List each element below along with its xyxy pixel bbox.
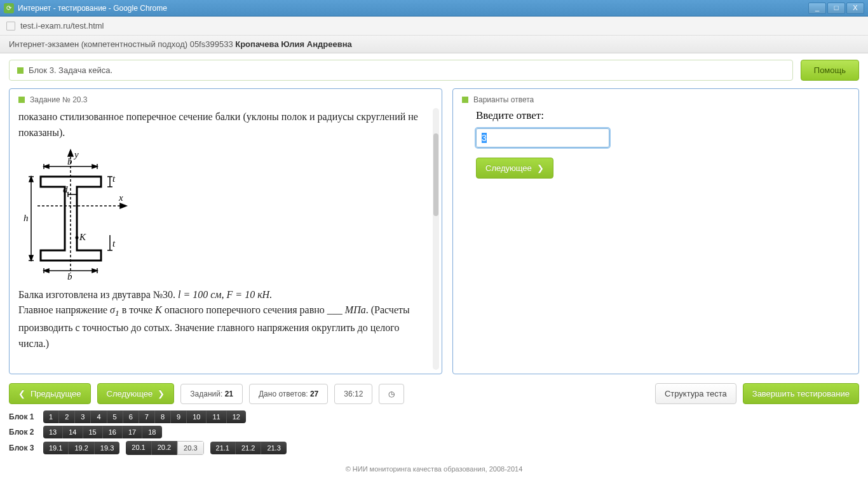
task-pill-11[interactable]: 11	[207, 410, 226, 423]
blocks-nav: Блок 1 123456789101112 Блок 2 1314151617…	[0, 409, 868, 464]
exam-header: Интернет-экзамен (компетентностный подхо…	[0, 36, 868, 53]
svg-marker-14	[44, 269, 49, 273]
block1-label: Блок 1	[9, 412, 43, 421]
answer-panel: Варианты ответа Введите ответ: Следующее…	[452, 88, 859, 374]
svg-marker-15	[92, 269, 97, 273]
task-pill-21.1[interactable]: 21.1	[210, 442, 236, 454]
square-icon	[17, 67, 24, 74]
student-name: Кропачева Юлия Андреевна	[235, 39, 352, 49]
task-pill-2[interactable]: 2	[59, 410, 75, 423]
page-icon	[6, 22, 15, 30]
svg-text:x: x	[118, 193, 123, 203]
answer-next-button[interactable]: Следующее❯	[476, 158, 553, 179]
block3-group1: 19.119.219.3	[43, 442, 119, 454]
svg-text:t: t	[112, 238, 116, 248]
svg-marker-11	[29, 255, 33, 261]
svg-text:d: d	[63, 184, 68, 194]
help-button[interactable]: Помощь	[801, 60, 859, 81]
task-count: Заданий: 21	[180, 384, 243, 404]
url-bar[interactable]: test.i-exam.ru/test.html	[0, 17, 868, 36]
task-pill-20.3[interactable]: 20.3	[177, 441, 203, 455]
prev-button[interactable]: ❮Предыдущее	[9, 383, 91, 404]
block1-pills: 123456789101112	[43, 410, 246, 423]
task-pill-6[interactable]: 6	[123, 410, 139, 423]
block3-label: Блок 3	[9, 444, 43, 452]
task-pill-17[interactable]: 17	[123, 426, 142, 438]
task-pill-3[interactable]: 3	[75, 410, 91, 423]
task-pill-18[interactable]: 18	[142, 426, 161, 438]
answer-input[interactable]	[476, 128, 609, 147]
task-pill-19.3[interactable]: 19.3	[95, 442, 119, 454]
task-pill-1[interactable]: 1	[43, 410, 59, 423]
task-pill-8[interactable]: 8	[155, 410, 171, 423]
square-icon	[18, 97, 25, 103]
task-p1: показано стилизованное поперечное сечени…	[18, 109, 421, 141]
task-pill-20.1[interactable]: 20.1	[126, 441, 151, 455]
task-pill-19.1[interactable]: 19.1	[43, 442, 69, 454]
block-info-text: Блок 3. Задача кейса.	[29, 65, 112, 75]
maximize-button[interactable]: □	[827, 3, 845, 14]
app-icon: ⟳	[4, 3, 14, 13]
structure-button[interactable]: Структура теста	[655, 383, 736, 404]
task-content: показано стилизованное поперечное сечени…	[18, 109, 433, 369]
finish-button[interactable]: Завершить тестирование	[743, 383, 859, 404]
svg-marker-3	[120, 203, 126, 208]
svg-marker-10	[29, 177, 33, 182]
answer-label: Введите ответ:	[476, 109, 850, 122]
task-pill-12[interactable]: 12	[227, 410, 246, 423]
task-pill-21.3[interactable]: 21.3	[261, 442, 286, 454]
url-text: test.i-exam.ru/test.html	[20, 21, 104, 30]
svg-text:h: h	[24, 213, 29, 223]
task-pill-19.2[interactable]: 19.2	[69, 442, 94, 454]
window-title: Интернет - тестирование - Google Chrome	[18, 4, 807, 13]
exam-prefix: Интернет-экзамен (компетентностный подхо…	[9, 39, 235, 49]
task-p2: Балка изготовлена из двутавра №30. l = 1…	[18, 287, 421, 303]
next-button[interactable]: Следующее❯	[97, 383, 175, 404]
footer-copyright: © НИИ мониторинга качества образования, …	[0, 464, 868, 475]
window-titlebar: ⟳ Интернет - тестирование - Google Chrom…	[0, 0, 868, 17]
answer-panel-title: Варианты ответа	[473, 95, 534, 104]
task-pill-5[interactable]: 5	[107, 410, 123, 423]
svg-marker-6	[92, 165, 97, 168]
answered-count: Дано ответов: 27	[249, 384, 328, 404]
clock-icon[interactable]: ◷	[379, 384, 404, 404]
svg-text:b: b	[67, 156, 72, 166]
svg-point-25	[76, 236, 79, 239]
chevron-right-icon: ❯	[158, 389, 165, 398]
task-pill-16[interactable]: 16	[103, 426, 123, 438]
svg-marker-1	[68, 150, 73, 156]
beam-diagram: y x b t d h K t b	[18, 141, 421, 287]
task-pill-4[interactable]: 4	[91, 410, 107, 423]
task-pill-15[interactable]: 15	[83, 426, 103, 438]
chevron-right-icon: ❯	[537, 163, 544, 173]
task-pill-13[interactable]: 13	[43, 426, 63, 438]
svg-text:b: b	[67, 271, 72, 280]
svg-text:y: y	[73, 149, 79, 159]
block2-pills: 131415161718	[43, 426, 162, 438]
task-pill-7[interactable]: 7	[139, 410, 155, 423]
block3-group3: 21.121.221.3	[210, 442, 287, 454]
task-title: Задание № 20.3	[30, 95, 88, 104]
close-button[interactable]: X	[846, 3, 864, 14]
timer: 36:12	[334, 384, 372, 404]
block2-label: Блок 2	[9, 428, 43, 437]
task-p3: Главное напряжение σ1 в точке K опасного…	[18, 302, 421, 351]
block-info-bar: Блок 3. Задача кейса.	[9, 60, 793, 81]
square-icon	[462, 97, 468, 103]
svg-text:t: t	[112, 173, 116, 184]
task-pill-20.2[interactable]: 20.2	[152, 441, 177, 455]
svg-text:K: K	[79, 232, 86, 242]
block3-group2: 20.120.220.3	[126, 441, 203, 455]
task-pill-21.2[interactable]: 21.2	[236, 442, 261, 454]
chevron-left-icon: ❮	[18, 389, 25, 398]
task-scrollbar[interactable]	[433, 108, 439, 370]
footer-controls: ❮Предыдущее Следующее❯ Заданий: 21 Дано …	[0, 378, 868, 409]
minimize-button[interactable]: _	[808, 3, 826, 14]
svg-marker-5	[44, 165, 49, 168]
task-pill-14[interactable]: 14	[63, 426, 83, 438]
task-pill-10[interactable]: 10	[187, 410, 207, 423]
task-pill-9[interactable]: 9	[171, 410, 187, 423]
task-panel: Задание № 20.3 показано стилизованное по…	[9, 88, 442, 374]
